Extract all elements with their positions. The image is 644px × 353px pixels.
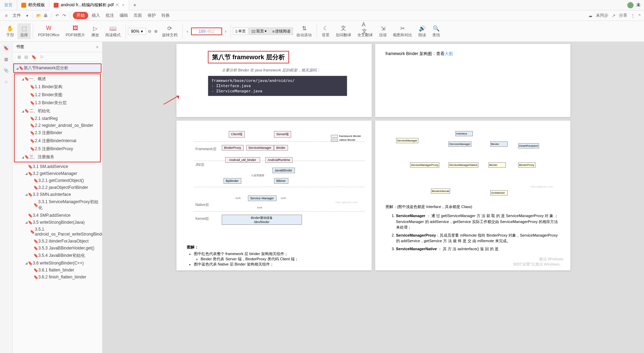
dropdown-icon[interactable]: ▾ xyxy=(24,13,30,18)
pdf-icon xyxy=(54,3,59,8)
sidebar-close-icon[interactable]: × xyxy=(96,44,99,50)
bookmark-item[interactable]: ◢🔖第八节framework层分析 xyxy=(14,64,101,72)
sidebar-title: 书签 xyxy=(16,44,24,50)
bookmark-item[interactable]: 🔖1.1 Binder架构 xyxy=(15,83,100,91)
collapse-icon[interactable]: ^ xyxy=(638,13,641,18)
open-icon[interactable]: 📂 xyxy=(36,13,41,18)
tab-template[interactable]: 稻壳模板 xyxy=(17,0,50,10)
rail-bookmark-icon[interactable]: 🔖 xyxy=(3,45,10,52)
tab-active-doc[interactable]: android fr...精编内核解析.pdf⇱× xyxy=(50,0,129,10)
btn-double-page[interactable]: ▯▯ 双页 ▾ xyxy=(249,28,269,35)
zoom-input[interactable]: 90% ▾ xyxy=(128,28,146,35)
bookmark-item[interactable]: 🔖3.5.3 JavaBBinderHolder.get() xyxy=(13,245,102,252)
bookmark-item[interactable]: 🔖3.5.4 JavaBBinder初始化 xyxy=(13,252,102,260)
rail-thumbnail-icon[interactable]: ▦ xyxy=(3,56,10,63)
page-input[interactable]: 189/452 xyxy=(191,28,222,35)
cloud-icon[interactable]: ☁ xyxy=(588,13,592,18)
tool-full-trans[interactable]: A文全文翻译 xyxy=(355,23,376,39)
rail-home-icon[interactable]: ⌂ xyxy=(3,78,10,85)
undo-icon[interactable]: ↶ xyxy=(54,13,60,18)
bookmark-item[interactable]: 🔖3.1 SM.addService xyxy=(13,163,102,170)
print-icon[interactable]: 🖶 xyxy=(43,13,48,18)
tool-crop[interactable]: ✂截图和对比 xyxy=(390,23,415,39)
bookmark-item[interactable]: 🔖2.2 register_android_os_Binder xyxy=(15,122,100,129)
menu-file[interactable]: 文件 xyxy=(10,12,23,19)
tool-select[interactable]: ⬚选择 xyxy=(17,23,31,39)
tool-play[interactable]: ▷播放 xyxy=(89,23,102,39)
bookmark-item[interactable]: ◢🔖3.3 SMN.asInterface xyxy=(13,191,102,198)
btn-single-page[interactable]: ▯ 单页 xyxy=(233,28,248,35)
bookmark-item[interactable]: 🔖1.3 Binder类分层 xyxy=(15,99,100,107)
bookmark-item[interactable]: 🔖3.5.2 ibinderForJavaObject xyxy=(13,238,102,245)
menu-page[interactable]: 页面 xyxy=(131,12,144,19)
more-icon[interactable]: ⋮ xyxy=(631,13,635,18)
prev-page-icon[interactable]: ‹ xyxy=(185,29,190,34)
tool-find[interactable]: 🔍查找 xyxy=(430,23,443,39)
bookmark-item[interactable]: ◢🔖三、注册服务 xyxy=(15,153,100,161)
title-right: 未 xyxy=(627,2,644,8)
bookmark-item[interactable]: ◢🔖3.5 writeStrongBinder(Java) xyxy=(13,219,102,226)
bookmark-item[interactable]: 🔖3.3.1 ServiceManagerProxy初始化 xyxy=(13,198,102,212)
menu-insert[interactable]: 插入 xyxy=(90,12,102,19)
tab-close-icon[interactable]: × xyxy=(122,3,124,8)
bookmark-item[interactable]: 🔖2.5 注册BinderProxy xyxy=(15,145,100,153)
tool-word-trans[interactable]: 文划词翻译 xyxy=(333,23,354,39)
bookmark-item[interactable]: 🔖3.4 SMP.addService xyxy=(13,212,102,219)
menu-convert[interactable]: 转换 xyxy=(159,12,172,19)
sidebar-tools: ⊞ ⊟ 🔖 ⚐ xyxy=(13,52,102,62)
tool-pdf-office[interactable]: WPDF转Office xyxy=(35,23,62,39)
layer-label: JNI层 xyxy=(196,162,204,167)
tab-home[interactable]: 首页 xyxy=(0,0,17,10)
bookmark-item[interactable]: ◢🔖二、初始化 xyxy=(15,107,100,115)
bookmark-item[interactable]: ◢🔖3.6 writeStrongBinder(C++) xyxy=(13,260,102,267)
bookmark-sidebar: 书签 × ⊞ ⊟ 🔖 ⚐ ◢🔖第八节framework层分析 ◢🔖一、概述 🔖1… xyxy=(13,42,103,353)
redo-icon[interactable]: ↷ xyxy=(61,13,67,18)
expand-all-icon[interactable]: ⊞ xyxy=(17,55,21,60)
tool-hand[interactable]: ✋手型 xyxy=(3,23,17,39)
bookmark-add-icon[interactable]: 🔖 xyxy=(31,55,37,60)
template-icon xyxy=(21,3,26,8)
search-icon: 🔍 xyxy=(433,25,440,32)
bookmark-flag-icon[interactable]: ⚐ xyxy=(40,55,44,60)
share-icon[interactable]: ↗ xyxy=(612,13,615,18)
content-area: 🔖 ▦ 📎 ⌂ 书签 × ⊞ ⊟ 🔖 ⚐ ◢🔖第八节framework层分析 xyxy=(0,42,644,353)
bookmark-tree[interactable]: ◢🔖第八节framework层分析 ◢🔖一、概述 🔖1.1 Binder架构 🔖… xyxy=(13,62,102,353)
pdf-viewer[interactable]: 第八节 framework 层分析 主要分析 Binder 在 java fra… xyxy=(103,42,644,353)
tab-pin-icon[interactable]: ⇱ xyxy=(116,3,119,8)
zoom-out-icon[interactable]: ⊖ xyxy=(147,29,152,34)
bookmark-item[interactable]: 🔖3.2.1 getContextObject() xyxy=(13,177,102,184)
tab-add[interactable]: + xyxy=(129,0,141,10)
legend-label: native Binder xyxy=(339,138,356,141)
doc-note: 图解：(图中浅蓝色都是 Interface，其余都是 Class) xyxy=(386,204,560,209)
bookmark-item[interactable]: 🔖2.3 注册Binder xyxy=(15,129,100,137)
bookmark-item[interactable]: 🔖3.2.2 javaObjectForIBinder xyxy=(13,184,102,191)
rail-attachment-icon[interactable]: 📎 xyxy=(3,67,10,74)
link-large-image[interactable]: 大图 xyxy=(445,51,453,56)
bookmark-item[interactable]: 🔖3.5.1 android_os_Parcel_writeStrongBind… xyxy=(13,226,102,238)
next-page-icon[interactable]: › xyxy=(223,29,228,34)
menu-start[interactable]: 开始 xyxy=(73,12,88,19)
bookmark-item[interactable]: ◢🔖一、概述 xyxy=(15,75,100,83)
translate-icon: 文 xyxy=(340,25,347,32)
tool-read-mode[interactable]: 📖阅读模式 xyxy=(103,23,123,39)
tool-rotate[interactable]: ⟳旋转文档 xyxy=(159,23,180,39)
btn-continuous[interactable]: ≡ 连续阅读 xyxy=(270,28,293,35)
menu-protect[interactable]: 保护 xyxy=(145,12,158,19)
bookmark-item[interactable]: ◢🔖3.2 getIServiceManager xyxy=(13,170,102,177)
tool-read-aloud[interactable]: 🔊朗读 xyxy=(416,23,429,39)
bookmark-item[interactable]: 🔖3.6.1 flatten_binder xyxy=(13,267,102,274)
bookmark-item[interactable]: 🔖2.4 注册BinderInternal xyxy=(15,137,100,145)
menu-hamburger-icon[interactable]: ≡ xyxy=(3,13,9,18)
tool-background[interactable]: ☾背景 xyxy=(319,23,332,39)
tool-compress[interactable]: ⇲压缩 xyxy=(376,23,389,39)
tool-auto-scroll[interactable]: ⇅自动滚动 xyxy=(294,23,315,39)
bookmark-item[interactable]: 🔖3.6.2 finish_flatten_binder xyxy=(13,274,102,281)
bookmark-item[interactable]: 🔖2.1 startReg xyxy=(15,115,100,122)
tool-pdf-image[interactable]: 🖼PDF转图片 xyxy=(63,23,88,39)
menu-review[interactable]: 批注 xyxy=(104,12,116,19)
menu-edit[interactable]: 编辑 xyxy=(118,12,130,19)
bookmark-item[interactable]: 🔖1.2 Binder类图 xyxy=(15,91,100,99)
zoom-in-icon[interactable]: ⊕ xyxy=(153,29,159,34)
collapse-all-icon[interactable]: ⊟ xyxy=(24,55,28,60)
avatar[interactable] xyxy=(627,2,634,8)
